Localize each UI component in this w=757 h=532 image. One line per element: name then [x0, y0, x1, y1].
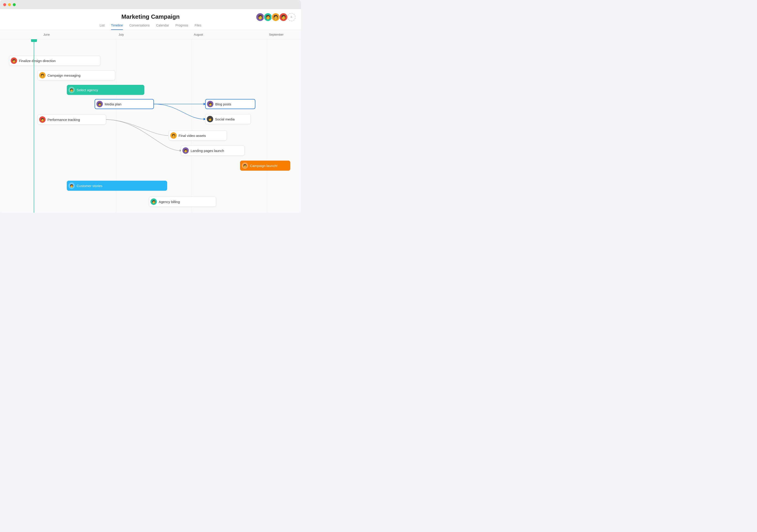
task-label: Media plan: [105, 102, 121, 106]
month-june: June: [41, 30, 116, 39]
task-blog-posts[interactable]: 🧑 Blog posts: [205, 99, 256, 109]
tab-files[interactable]: Files: [195, 23, 201, 30]
avatar-2[interactable]: 🧑: [263, 13, 272, 21]
task-avatar: 🧑: [207, 101, 213, 107]
header: Marketing Campaign 🧑 🧑 🧑 🧑 + List Timeli…: [0, 9, 301, 30]
task-label: Select agency: [76, 88, 98, 92]
task-label: Final video assets: [178, 134, 206, 138]
task-avatar: 🧑: [39, 72, 45, 78]
maximize-button[interactable]: [13, 3, 16, 6]
task-label: Customer stories: [76, 184, 103, 188]
task-label: Campaign messaging: [47, 74, 80, 77]
task-landing-pages[interactable]: 🧑 Landing pages launch: [181, 145, 245, 156]
divider-august: [192, 39, 192, 213]
timeline-container[interactable]: June July August September: [0, 30, 301, 213]
task-avatar: 🧑: [39, 116, 45, 123]
task-avatar: 🧑: [11, 57, 17, 64]
tab-progress[interactable]: Progress: [175, 23, 188, 30]
task-agency-billing[interactable]: 🧑 Agency billing: [149, 197, 216, 207]
task-label: Performance tracking: [47, 118, 80, 122]
task-label: Landing pages launch: [191, 149, 224, 153]
avatar-1[interactable]: 🧑: [256, 13, 264, 21]
minimize-button[interactable]: [8, 3, 11, 6]
task-customer-stories[interactable]: 🧑 Customer stories: [67, 181, 167, 191]
months-bar: June July August September: [0, 30, 301, 39]
task-finalize-design[interactable]: 🧑 Finalize design direction: [9, 56, 100, 66]
month-august: August: [192, 30, 267, 39]
task-campaign-messaging[interactable]: 🧑 Campaign messaging: [38, 70, 115, 80]
month-july: July: [116, 30, 192, 39]
tab-list[interactable]: List: [100, 23, 105, 30]
task-media-plan[interactable]: 🧑 Media plan: [95, 99, 154, 109]
task-avatar: 🧑: [97, 101, 103, 107]
timeline-canvas: 🧑 Finalize design direction 🧑 Campaign m…: [0, 39, 296, 213]
avatar-group: 🧑 🧑 🧑 🧑 +: [257, 13, 295, 21]
close-button[interactable]: [3, 3, 6, 6]
task-label: Campaign launch!: [250, 164, 278, 168]
add-member-button[interactable]: +: [287, 13, 295, 21]
task-label: Agency billing: [159, 200, 180, 204]
month-september: September: [267, 30, 301, 39]
project-title: Marketing Campaign: [121, 13, 180, 20]
task-avatar: 🧑: [150, 199, 157, 205]
task-select-agency[interactable]: 🧑 Select agency: [67, 85, 144, 95]
task-label: Blog posts: [215, 102, 231, 106]
titlebar: [0, 0, 301, 9]
tab-timeline[interactable]: Timeline: [111, 23, 123, 30]
task-avatar: 🧑: [182, 147, 189, 154]
today-marker: [34, 39, 34, 213]
tabs-nav: List Timeline Conversations Calendar Pro…: [100, 23, 201, 30]
tab-conversations[interactable]: Conversations: [129, 23, 150, 30]
task-avatar: 🧑: [68, 87, 75, 93]
task-final-video[interactable]: 🧑 Final video assets: [169, 131, 227, 141]
task-campaign-launch[interactable]: 🧑 Campaign launch!: [240, 161, 290, 171]
task-label: Finalize design direction: [19, 59, 56, 63]
app-container: Marketing Campaign 🧑 🧑 🧑 🧑 + List Timeli…: [0, 9, 301, 213]
task-label: Social media: [215, 117, 235, 121]
avatar-3[interactable]: 🧑: [271, 13, 280, 21]
tab-calendar[interactable]: Calendar: [156, 23, 169, 30]
divider-september: [267, 39, 267, 213]
task-avatar: 🧑: [68, 182, 75, 189]
avatar-4[interactable]: 🧑: [279, 13, 288, 21]
task-avatar: 🧑: [242, 162, 248, 169]
task-performance-tracking[interactable]: 🧑 Performance tracking: [38, 114, 106, 125]
task-social-media[interactable]: 🧑 Social media: [205, 114, 251, 124]
task-avatar: 🧑: [207, 116, 213, 122]
task-avatar: 🧑: [170, 132, 177, 139]
